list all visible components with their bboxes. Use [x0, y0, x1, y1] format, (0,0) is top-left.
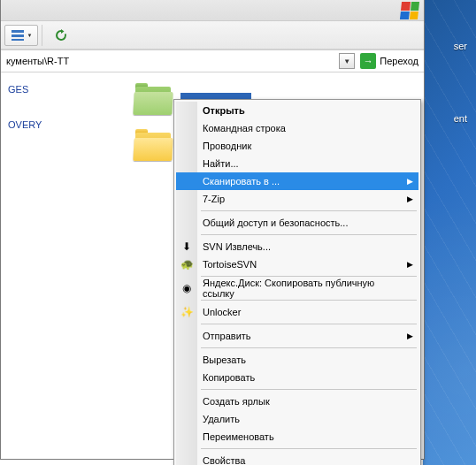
toolbar: ▼ [1, 21, 424, 50]
menu-item[interactable]: Найти... [176, 155, 418, 172]
sidebar-item[interactable]: OVERY [1, 117, 98, 133]
sidebar-item[interactable]: GES [1, 81, 98, 97]
menu-item[interactable]: Сканировать в ...▶ [176, 172, 418, 190]
address-path[interactable]: кументы\R-TT [1, 56, 339, 66]
menu-item-label: Командная строка [203, 123, 286, 133]
unlocker-icon: ✨ [180, 305, 194, 319]
menu-item[interactable]: Копировать [176, 369, 418, 386]
address-bar: кументы\R-TT ▼ → Переход [1, 50, 424, 72]
views-icon [11, 28, 25, 42]
go-arrow-icon: → [360, 53, 376, 69]
chevron-down-icon: ▼ [27, 33, 33, 38]
title-bar[interactable] [1, 0, 424, 21]
menu-item-label: Отправить [203, 331, 251, 341]
svg-rect-0 [12, 30, 24, 33]
yadisk-icon: ◉ [180, 281, 194, 295]
menu-item[interactable]: ◉Яндекс.Диск: Скопировать публичную ссыл… [176, 279, 418, 297]
folder-icon [134, 129, 173, 161]
menu-item-label: Копировать [203, 372, 255, 383]
menu-item[interactable]: ⬇SVN Извлечь... [176, 238, 418, 255]
menu-item-label: Яндекс.Диск: Скопировать публичную ссылк… [203, 278, 403, 299]
menu-item[interactable]: Переименовать [176, 428, 418, 446]
menu-item-label: 7-Zip [203, 194, 225, 204]
svg-rect-1 [12, 34, 24, 37]
menu-item[interactable]: 7-Zip▶ [176, 190, 418, 208]
desktop-icon-label: ent [454, 113, 467, 124]
submenu-arrow-icon: ▶ [407, 194, 413, 203]
menu-item[interactable]: Проводник [176, 137, 418, 155]
svg-rect-2 [12, 39, 24, 41]
menu-item-label: Проводник [203, 141, 251, 151]
menu-separator [201, 448, 417, 449]
go-button[interactable]: → Переход [358, 51, 424, 71]
tortoise-icon: 🐢 [180, 257, 194, 271]
menu-item-label: TortoiseSVN [203, 259, 257, 270]
menu-separator [201, 324, 417, 324]
address-dropdown-button[interactable]: ▼ [339, 53, 355, 69]
menu-item-label: SVN Извлечь... [203, 241, 271, 252]
menu-item[interactable]: Командная строка [176, 119, 418, 137]
refresh-icon [54, 28, 68, 42]
menu-separator [201, 210, 417, 211]
views-button[interactable]: ▼ [4, 25, 38, 46]
menu-item-label: Создать ярлык [203, 396, 270, 407]
menu-item-label: Вырезать [203, 354, 246, 365]
menu-item-label: Общий доступ и безопасность... [203, 217, 348, 228]
menu-item-label: Свойства [203, 455, 245, 465]
go-label: Переход [380, 56, 418, 66]
menu-item[interactable]: Вырезать [176, 351, 418, 369]
menu-separator [201, 389, 417, 390]
separator [42, 25, 47, 46]
menu-item[interactable]: 🐢TortoiseSVN▶ [176, 255, 418, 273]
menu-item-label: Найти... [203, 158, 239, 169]
menu-separator [201, 300, 417, 301]
menu-item-label: Переименовать [203, 431, 274, 442]
menu-item[interactable]: Общий доступ и безопасность... [176, 214, 418, 232]
svn-icon: ⬇ [180, 240, 194, 254]
menu-item[interactable]: Создать ярлык [176, 393, 418, 410]
menu-item[interactable]: Открыть [176, 102, 418, 119]
menu-item[interactable]: Удалить [176, 410, 418, 428]
menu-separator [201, 276, 417, 277]
menu-item[interactable]: Отправить▶ [176, 327, 418, 345]
windows-flag-icon [400, 2, 419, 19]
menu-item[interactable]: Свойства [176, 452, 418, 465]
refresh-button[interactable] [49, 25, 73, 46]
menu-separator [201, 234, 417, 235]
submenu-arrow-icon: ▶ [407, 260, 413, 269]
menu-item-label: Unlocker [203, 307, 241, 317]
menu-item-label: Открыть [203, 105, 245, 116]
menu-item-label: Удалить [203, 414, 240, 424]
menu-item-label: Сканировать в ... [203, 176, 280, 187]
desktop-background [423, 0, 476, 465]
folder-icon [134, 83, 173, 115]
folder-item[interactable] [134, 129, 173, 161]
menu-item[interactable]: ✨Unlocker [176, 303, 418, 321]
menu-separator [201, 347, 417, 348]
desktop-icon-label: ser [454, 41, 467, 51]
submenu-arrow-icon: ▶ [407, 177, 413, 186]
chevron-down-icon: ▼ [343, 57, 350, 65]
context-menu: ОткрытьКомандная строкаПроводникНайти...… [173, 99, 421, 465]
submenu-arrow-icon: ▶ [407, 332, 413, 340]
